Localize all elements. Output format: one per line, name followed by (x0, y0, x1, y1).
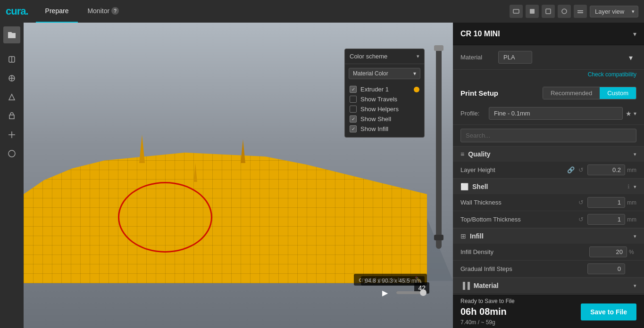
print-setup-toggle-group: Recommended Custom (543, 87, 636, 99)
profile-star-icon[interactable]: ★ (626, 110, 632, 117)
material-color-box[interactable]: Material Color ▾ (349, 68, 420, 79)
infill-expand-icon[interactable]: ▾ (634, 233, 636, 239)
topbottom-thickness-row: Top/Bottom Thickness ↺ mm (453, 211, 644, 228)
quality-expand-icon[interactable]: ▾ (634, 151, 636, 157)
printer-chevron-icon[interactable]: ▾ (633, 30, 636, 38)
layer-height-reset-icon[interactable]: ↺ (577, 166, 585, 173)
extruder1-color-dot (414, 87, 419, 92)
quality-section-header[interactable]: ≡ Quality ▾ (453, 146, 644, 162)
svg-rect-1 (530, 9, 535, 14)
app-logo: cura. (6, 5, 28, 17)
color-scheme-arrow[interactable]: ▾ (417, 53, 419, 59)
wall-thickness-row: Wall Thickness ↺ mm (453, 194, 644, 211)
show-travels-checkbox[interactable] (350, 96, 357, 103)
monitor-help-icon[interactable]: ? (111, 7, 119, 15)
infill-section-header[interactable]: ⊞ Infill ▾ (453, 228, 644, 244)
gradual-infill-row: Gradual Infill Steps (453, 261, 644, 278)
profile-row: Profile: Fine - 0.1mm ★ ▾ (453, 104, 644, 125)
view-xray-button[interactable] (558, 5, 571, 18)
sidebar-tool2-icon[interactable] (3, 70, 20, 87)
check-compat-link[interactable]: Check compatibility (588, 71, 636, 78)
shell-expand-icon[interactable]: ▾ (634, 184, 636, 190)
ready-label: Ready to Save to File (460, 298, 573, 304)
svg-point-3 (562, 9, 567, 14)
main-content: 42 ▶ crystal puzzle base ✏️ 94.8 x 90.3 … (0, 23, 644, 328)
extruder1-checkbox[interactable] (350, 86, 357, 93)
bottom-bar: Ready to Save to File 06h 08min 7.40m / … (453, 295, 644, 328)
infill-icon: ⊞ (460, 232, 466, 240)
material-select-wrapper: PLA ABS PETG (498, 51, 636, 64)
check-compat-row: Check compatibility (453, 70, 644, 82)
svg-rect-2 (546, 9, 551, 14)
progress-bar-fill (396, 291, 420, 294)
view-solid-button[interactable] (526, 5, 539, 18)
show-infill-checkbox-item: Show Infill (350, 125, 419, 132)
search-input[interactable] (460, 129, 636, 142)
recommended-toggle[interactable]: Recommended (543, 87, 600, 99)
extruder1-checkbox-item: Extruder 1 (350, 86, 419, 93)
layer-height-actions: 🔗 ↺ (566, 166, 585, 173)
dimensions-label: 94.8 x 90.3 x 45.5 mm (361, 276, 425, 286)
show-travels-checkbox-item: Show Travels (350, 96, 419, 103)
show-helpers-checkbox-item: Show Helpers (350, 106, 419, 113)
svg-rect-5 (577, 12, 583, 13)
shell-section-header[interactable]: ⬜ Shell ℹ ▾ (453, 179, 644, 194)
show-infill-checkbox[interactable] (350, 125, 357, 132)
wall-thickness-input[interactable] (587, 197, 625, 208)
svg-rect-4 (577, 10, 583, 11)
topbottom-thickness-input[interactable] (587, 214, 625, 225)
material-row: Material PLA ABS PETG (453, 45, 644, 70)
progress-bar[interactable] (396, 291, 425, 294)
gradual-infill-input[interactable] (587, 263, 625, 274)
material-expand-icon[interactable]: ▾ (634, 283, 636, 289)
settings-scroll[interactable]: ≡ Quality ▾ Layer Height 🔗 ↺ mm ⬜ Shell … (453, 146, 644, 295)
sidebar-tool6-icon[interactable] (3, 145, 20, 162)
wall-thickness-reset-icon[interactable]: ↺ (577, 199, 585, 206)
progress-dot (420, 289, 427, 296)
view-icon-group: Layer view (510, 5, 638, 18)
material-color-select[interactable]: Material Color ▾ (349, 68, 420, 79)
shell-icon: ⬜ (460, 183, 468, 190)
save-to-file-button[interactable]: Save to File (581, 303, 636, 320)
topbottom-reset-icon[interactable]: ↺ (577, 216, 585, 223)
material-section-header[interactable]: ▐▐ Material ▾ (453, 278, 644, 293)
view-mode-select[interactable]: Layer view (590, 6, 638, 17)
viewport[interactable]: 42 ▶ crystal puzzle base ✏️ 94.8 x 90.3 … (24, 23, 453, 328)
sidebar-files-icon[interactable] (3, 26, 20, 43)
layer-slider-top-thumb[interactable] (434, 45, 443, 51)
show-helpers-checkbox[interactable] (350, 106, 357, 113)
profile-dropdown-icon[interactable]: ▾ (634, 110, 636, 117)
play-button[interactable]: ▶ (382, 288, 388, 297)
wall-thickness-actions: ↺ (577, 199, 585, 206)
view-wireframe-button[interactable] (542, 5, 555, 18)
shell-info-icon[interactable]: ℹ (627, 183, 630, 190)
show-shell-checkbox[interactable] (350, 115, 357, 123)
profile-select-wrapper: Fine - 0.1mm ★ ▾ (489, 107, 636, 120)
search-row (453, 125, 644, 146)
layer-height-link-icon[interactable]: 🔗 (566, 166, 576, 173)
svg-point-12 (8, 150, 15, 157)
nav-tabs: Prepare Monitor ? (36, 0, 129, 23)
tab-prepare[interactable]: Prepare (36, 0, 78, 23)
color-scheme-row: Color scheme ▾ (345, 49, 424, 64)
infill-density-input[interactable] (589, 246, 627, 257)
sidebar-tool4-icon[interactable] (3, 107, 20, 124)
infill-density-row: Infill Density % (453, 244, 644, 261)
sidebar-tool5-icon[interactable] (3, 126, 20, 143)
topbar: cura. Prepare Monitor ? Layer view (0, 0, 644, 23)
show-shell-checkbox-item: Show Shell (350, 115, 419, 123)
view-3d-button[interactable] (510, 5, 523, 18)
checkbox-list: Extruder 1 Show Travels Show Helpers Sho… (345, 83, 424, 137)
quality-icon: ≡ (460, 150, 464, 158)
material-bars-icon: ▐▐ (460, 282, 470, 289)
view-layer-button[interactable] (574, 5, 587, 18)
material-select[interactable]: PLA ABS PETG (498, 51, 532, 64)
topbottom-thickness-actions: ↺ (577, 216, 585, 223)
custom-toggle[interactable]: Custom (600, 87, 636, 99)
sidebar-tool1-icon[interactable] (3, 51, 20, 68)
layer-slider-bottom-thumb[interactable] (434, 235, 443, 240)
svg-rect-11 (9, 115, 14, 119)
tab-monitor[interactable]: Monitor ? (78, 0, 128, 23)
sidebar-tool3-icon[interactable] (3, 89, 20, 106)
layer-height-input[interactable] (587, 164, 625, 175)
